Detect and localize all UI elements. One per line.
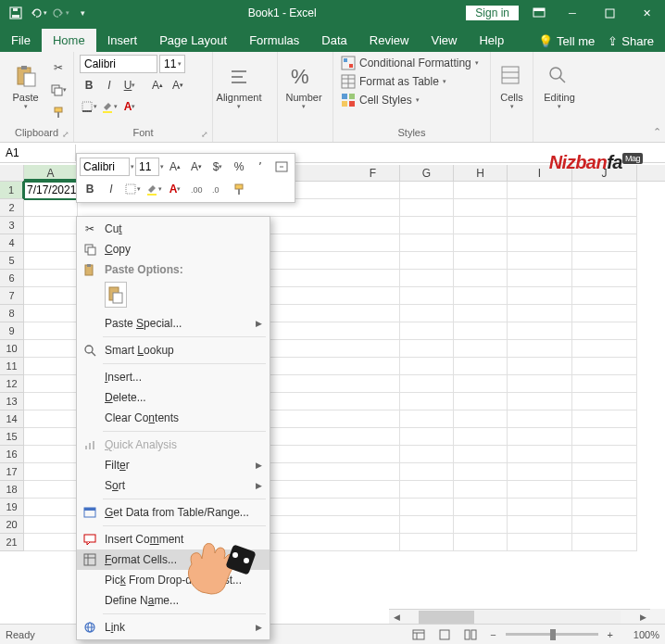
tell-me-button[interactable]: 💡Tell me xyxy=(533,31,600,52)
row-header[interactable]: 16 xyxy=(0,446,24,463)
cell[interactable] xyxy=(572,217,637,234)
menu-define-name[interactable]: Define Name... xyxy=(77,590,270,611)
cell[interactable] xyxy=(346,234,400,252)
cell[interactable] xyxy=(346,534,400,551)
close-button[interactable]: ✕ xyxy=(628,0,665,26)
horizontal-scrollbar[interactable]: ◀ ▶ xyxy=(389,609,650,624)
col-header-A[interactable]: A xyxy=(24,165,78,181)
menu-smart-lookup[interactable]: Smart Lookup xyxy=(77,340,270,360)
zoom-out-button[interactable]: − xyxy=(486,629,499,640)
row-header[interactable]: 20 xyxy=(0,516,24,534)
cell[interactable] xyxy=(24,499,78,516)
row-header[interactable]: 17 xyxy=(0,463,24,481)
row-header[interactable]: 14 xyxy=(0,410,24,428)
cell[interactable] xyxy=(346,499,400,516)
cell[interactable] xyxy=(400,481,454,499)
row-header[interactable]: 21 xyxy=(0,534,24,551)
cell[interactable] xyxy=(508,481,572,499)
cell[interactable] xyxy=(346,340,400,358)
cell[interactable] xyxy=(454,393,508,410)
mini-italic-button[interactable]: I xyxy=(101,179,121,199)
clipboard-launcher[interactable]: ⤢ xyxy=(60,129,71,140)
view-normal-button[interactable] xyxy=(408,626,429,643)
cell[interactable] xyxy=(400,252,454,270)
cell[interactable] xyxy=(508,463,572,481)
menu-link[interactable]: Link▶ xyxy=(77,617,270,638)
cell[interactable] xyxy=(508,410,572,428)
cell[interactable] xyxy=(508,305,572,322)
paste-button[interactable]: Paste ▾ xyxy=(6,55,45,120)
cell[interactable] xyxy=(346,182,400,199)
cell[interactable] xyxy=(508,322,572,340)
cell[interactable] xyxy=(508,358,572,375)
tab-help[interactable]: Help xyxy=(468,29,515,52)
cell[interactable] xyxy=(572,234,637,252)
row-header[interactable]: 10 xyxy=(0,340,24,358)
cell[interactable] xyxy=(454,199,508,217)
cell[interactable] xyxy=(572,481,637,499)
row-header[interactable]: 6 xyxy=(0,270,24,287)
row-header[interactable]: 15 xyxy=(0,428,24,446)
menu-insert[interactable]: Insert... xyxy=(77,367,270,387)
cell[interactable] xyxy=(24,393,78,410)
view-page-layout-button[interactable] xyxy=(434,626,455,643)
cell[interactable] xyxy=(400,499,454,516)
mini-comma-button[interactable]: ʼ xyxy=(250,157,270,177)
mini-accounting-button[interactable]: $▾ xyxy=(207,157,228,177)
cell[interactable] xyxy=(454,234,508,252)
copy-button[interactable]: ▾ xyxy=(49,81,68,99)
cell[interactable] xyxy=(508,287,572,305)
cell[interactable] xyxy=(400,217,454,234)
cell[interactable] xyxy=(346,410,400,428)
row-header[interactable]: 12 xyxy=(0,375,24,393)
cell[interactable] xyxy=(24,446,78,463)
menu-get-data[interactable]: Get Data from Table/Range... xyxy=(77,502,270,523)
minimize-button[interactable]: ─ xyxy=(554,0,591,26)
format-table-button[interactable]: Format as Table ▾ xyxy=(339,73,481,90)
mini-increase-decimal[interactable]: .0 xyxy=(207,179,228,199)
row-header[interactable]: 9 xyxy=(0,322,24,340)
cell[interactable] xyxy=(572,534,637,551)
cell[interactable] xyxy=(508,534,572,551)
cell[interactable] xyxy=(572,463,637,481)
mini-merge-button[interactable] xyxy=(271,157,292,177)
mini-bold-button[interactable]: B xyxy=(80,179,100,199)
cell[interactable] xyxy=(24,481,78,499)
cell[interactable] xyxy=(508,340,572,358)
sign-in-button[interactable]: Sign in xyxy=(466,6,519,20)
cell[interactable] xyxy=(508,393,572,410)
cell[interactable] xyxy=(400,270,454,287)
cell[interactable] xyxy=(508,499,572,516)
cell[interactable] xyxy=(400,534,454,551)
cell[interactable] xyxy=(346,393,400,410)
maximize-button[interactable] xyxy=(591,0,628,26)
ribbon-display-options-button[interactable] xyxy=(524,0,554,26)
undo-button[interactable]: ▾ xyxy=(28,3,48,23)
cell[interactable] xyxy=(572,270,637,287)
format-painter-button[interactable] xyxy=(49,103,68,121)
zoom-slider[interactable] xyxy=(506,633,598,636)
cell[interactable] xyxy=(346,446,400,463)
editing-button[interactable]: Editing▾ xyxy=(539,55,580,120)
cell[interactable] xyxy=(508,446,572,463)
paste-option-default[interactable] xyxy=(105,282,127,308)
cell[interactable] xyxy=(572,393,637,410)
cell[interactable] xyxy=(572,410,637,428)
row-header[interactable]: 7 xyxy=(0,287,24,305)
cell[interactable] xyxy=(24,428,78,446)
row-header[interactable]: 11 xyxy=(0,358,24,375)
cell[interactable] xyxy=(508,199,572,217)
row-header[interactable]: 13 xyxy=(0,393,24,410)
cell[interactable] xyxy=(454,410,508,428)
qat-customize-button[interactable]: ▾ xyxy=(72,3,93,23)
cell[interactable] xyxy=(400,305,454,322)
cell[interactable] xyxy=(572,322,637,340)
collapse-ribbon-button[interactable]: ⌃ xyxy=(653,126,661,138)
cell[interactable] xyxy=(454,499,508,516)
menu-delete[interactable]: Delete... xyxy=(77,387,270,408)
cell[interactable] xyxy=(24,463,78,481)
cell[interactable] xyxy=(454,182,508,199)
tab-view[interactable]: View xyxy=(420,29,468,52)
cell[interactable] xyxy=(400,182,454,199)
font-launcher[interactable]: ⤢ xyxy=(199,129,210,140)
